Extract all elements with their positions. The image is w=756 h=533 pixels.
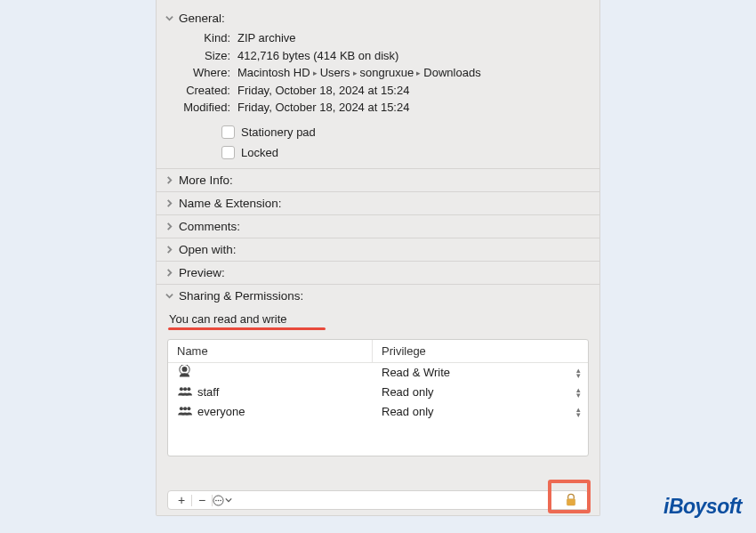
updown-icon[interactable]: ▴▾ [576,387,583,398]
svg-point-7 [187,407,190,410]
stationery-checkbox[interactable] [221,125,235,139]
value-created: Friday, October 18, 2024 at 15:24 [237,83,591,99]
cell-privilege[interactable]: Read only▴▾ [373,385,588,399]
remove-button[interactable]: − [192,492,212,508]
section-general-header[interactable]: General: [157,7,599,29]
svg-point-10 [218,499,220,501]
chevron-down-icon [164,12,175,24]
svg-point-3 [183,387,187,391]
path-separator-icon: ▸ [313,68,318,78]
updown-icon[interactable]: ▴▾ [576,367,583,378]
section-general-title: General: [179,12,225,25]
svg-point-11 [220,499,221,501]
section-sharing-title: Sharing & Permissions: [179,289,303,303]
table-row[interactable]: Read & Write▴▾ [168,363,588,383]
general-body: Kind: ZIP archive Size: 412,716 bytes (4… [157,29,599,168]
svg-point-9 [215,499,217,501]
section-openwith-title: Open with: [179,243,237,256]
cell-name [168,365,373,380]
locked-label: Locked [241,146,278,159]
col-name[interactable]: Name [168,340,373,362]
path-separator-icon: ▸ [353,68,358,78]
path-segment: songruxue [360,65,414,81]
chevron-right-icon [164,174,175,186]
label-kind: Kind: [165,30,230,46]
updown-icon[interactable]: ▴▾ [576,407,583,417]
privilege-value: Read only [382,385,434,399]
table-row[interactable]: everyoneRead only▴▾ [168,402,588,422]
value-where: Macintosh HD▸Users▸songruxue▸Downloads [237,65,591,81]
path-separator-icon: ▸ [416,68,421,78]
svg-rect-12 [567,499,575,505]
section-sharing-header[interactable]: Sharing & Permissions: [157,284,599,307]
label-modified: Modified: [165,100,230,116]
path-segment: Users [320,65,350,81]
section-openwith-header[interactable]: Open with: [157,238,599,261]
locked-checkbox[interactable] [221,146,235,159]
brand-logo: iBoysoft [664,495,742,519]
svg-point-6 [183,407,187,410]
label-where: Where: [165,65,230,81]
lock-icon [565,493,577,507]
svg-point-0 [182,367,188,372]
chevron-right-icon [164,198,175,209]
cell-name: everyone [168,404,373,419]
svg-point-5 [180,407,183,410]
permissions-table: Name Privilege Read & Write▴▾staffRead o… [167,339,589,456]
chevron-down-icon [225,497,232,504]
action-menu-button[interactable] [213,492,232,508]
chevron-right-icon [164,267,175,279]
cell-name: staff [168,384,373,400]
ellipsis-circle-icon [213,495,224,506]
label-size: Size: [165,48,230,64]
path-segment: Macintosh HD [237,65,310,81]
privilege-value: Read & Write [382,366,450,379]
value-kind: ZIP archive [237,30,591,46]
lock-button[interactable] [558,492,584,508]
info-panel: General: Kind: ZIP archive Size: 412,716… [156,0,600,516]
permissions-toolbar: + − [167,490,589,510]
principal-name: everyone [197,405,245,418]
add-button[interactable]: + [172,492,191,508]
cell-privilege[interactable]: Read only▴▾ [373,405,588,418]
stationery-label: Stationery pad [241,125,316,139]
group-icon [177,404,192,419]
stationery-row: Stationery pad [165,125,591,139]
table-row[interactable]: staffRead only▴▾ [168,383,588,402]
person-icon [177,365,192,380]
svg-point-4 [187,387,190,391]
svg-point-2 [180,387,183,391]
annotation-underline [168,327,326,330]
path-segment: Downloads [423,65,480,81]
table-empty-area [168,422,588,456]
section-comments-header[interactable]: Comments: [157,214,599,238]
group-icon [177,384,192,400]
col-privilege[interactable]: Privilege [373,340,588,362]
section-preview-title: Preview: [179,266,225,279]
chevron-down-icon [164,290,175,302]
principal-name: staff [197,385,219,399]
locked-row: Locked [165,146,591,159]
value-modified: Friday, October 18, 2024 at 15:24 [237,100,591,116]
value-size: 412,716 bytes (414 KB on disk) [237,48,591,64]
chevron-right-icon [164,221,175,232]
section-moreinfo-header[interactable]: More Info: [157,168,599,191]
permissions-summary: You can read and write [157,307,599,327]
privilege-value: Read only [382,405,434,418]
section-nameext-title: Name & Extension: [179,197,282,210]
section-preview-header[interactable]: Preview: [157,261,599,284]
section-comments-title: Comments: [179,220,240,233]
chevron-right-icon [164,244,175,255]
table-header: Name Privilege [168,340,588,363]
section-nameext-header[interactable]: Name & Extension: [157,191,599,214]
section-moreinfo-title: More Info: [179,174,233,187]
cell-privilege[interactable]: Read & Write▴▾ [373,366,588,379]
label-created: Created: [165,83,230,99]
